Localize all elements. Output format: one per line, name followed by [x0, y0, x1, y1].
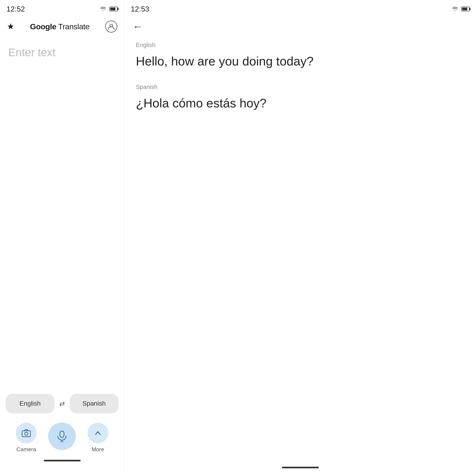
- mic-circle: [48, 422, 76, 450]
- svg-point-2: [25, 432, 28, 435]
- wifi-icon-right: [451, 6, 459, 12]
- star-button[interactable]: ★: [7, 22, 14, 31]
- camera-label: Camera: [16, 446, 36, 453]
- home-bar-right: [282, 467, 319, 468]
- language-selector: English ⇄ Spanish: [5, 394, 119, 413]
- status-bar-right: 12:53: [124, 0, 476, 16]
- original-text: Hello, how are you doing today?: [136, 53, 464, 70]
- more-label: More: [91, 446, 104, 453]
- mic-icon: [57, 431, 67, 442]
- more-circle: [87, 423, 108, 443]
- source-language-button[interactable]: English: [5, 394, 55, 413]
- battery-icon-left: [109, 7, 118, 11]
- home-indicator-right: [124, 464, 476, 472]
- chevron-up-icon: [94, 429, 102, 437]
- camera-button[interactable]: Camera: [16, 423, 37, 453]
- enter-text-placeholder: Enter text: [8, 46, 55, 58]
- translated-text: ¿Hola cómo estás hoy?: [136, 95, 464, 111]
- status-icons-left: [99, 6, 118, 12]
- status-icons-right: [451, 6, 470, 12]
- swap-languages-button[interactable]: ⇄: [59, 400, 65, 408]
- right-panel: 12:53 ← English Hello, how are you doing…: [124, 0, 476, 472]
- camera-icon: [22, 429, 31, 437]
- home-bar-left: [44, 460, 81, 461]
- left-panel: 12:52 ★ Google Translate Enter text: [0, 0, 124, 472]
- action-buttons: Camera: [5, 422, 119, 453]
- mic-button[interactable]: [48, 422, 76, 453]
- target-lang-label: Spanish: [136, 83, 464, 91]
- translation-content: English Hello, how are you doing today? …: [124, 37, 476, 464]
- source-lang-label: English: [136, 41, 464, 49]
- app-header: ★ Google Translate: [0, 16, 124, 37]
- status-time-left: 12:52: [6, 5, 25, 13]
- back-button[interactable]: ←: [133, 21, 143, 32]
- avatar-button[interactable]: [105, 20, 117, 33]
- bottom-area: English ⇄ Spanish Camera: [0, 389, 124, 472]
- wifi-icon-left: [99, 6, 107, 12]
- svg-rect-1: [22, 431, 30, 437]
- svg-rect-3: [60, 431, 64, 437]
- text-input-area[interactable]: Enter text: [0, 37, 124, 389]
- battery-icon-right: [461, 7, 470, 11]
- more-button[interactable]: More: [87, 423, 108, 453]
- status-bar-left: 12:52: [0, 0, 124, 16]
- target-language-button[interactable]: Spanish: [69, 394, 119, 413]
- avatar-icon: [107, 23, 115, 30]
- status-time-right: 12:53: [131, 5, 149, 13]
- camera-circle: [16, 423, 37, 443]
- back-header: ←: [124, 16, 476, 37]
- app-title: Google Translate: [30, 22, 89, 31]
- home-indicator-left: [5, 457, 119, 465]
